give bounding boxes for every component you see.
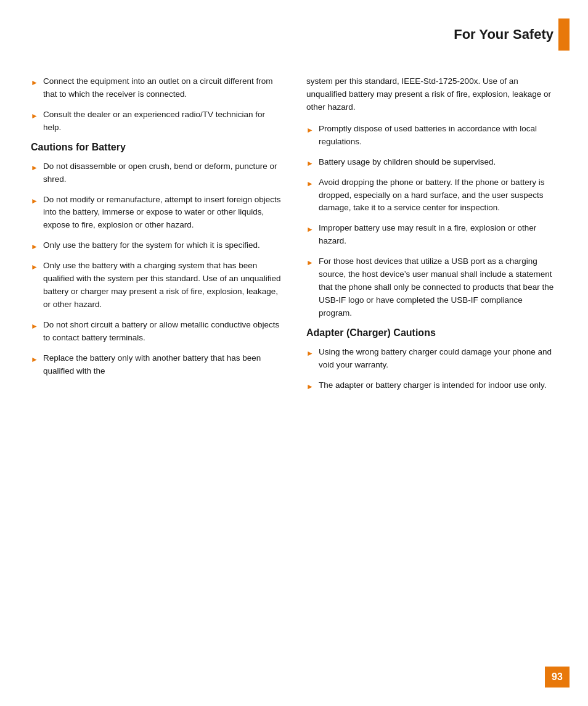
bullet-text: Avoid dropping the phone or battery. If … — [319, 176, 557, 215]
bullet-text: Using the wrong battery charger could da… — [319, 346, 557, 372]
bullet-arrow-icon: ► — [31, 321, 38, 332]
cautions-bullet-list: ► Do not disassemble or open crush, bend… — [31, 160, 282, 378]
bullet-arrow-icon: ► — [306, 158, 314, 169]
bullet-arrow-icon: ► — [306, 348, 314, 359]
bullet-arrow-icon: ► — [31, 354, 38, 365]
bullet-arrow-icon: ► — [306, 178, 314, 189]
list-item: ► Only use the battery for the system fo… — [31, 239, 282, 252]
bullet-text: For those host devices that utilize a US… — [319, 255, 557, 320]
bullet-text: Only use the battery with a charging sys… — [43, 260, 282, 311]
bullet-arrow-icon: ► — [306, 257, 314, 268]
bullet-text: Do not short circuit a battery or allow … — [43, 319, 282, 345]
list-item: ► Replace the battery only with another … — [31, 352, 282, 378]
intro-bullet-list: ► Connect the equipment into an outlet o… — [31, 75, 282, 134]
list-item: ► Promptly dispose of used batteries in … — [306, 123, 557, 149]
list-item: ► Avoid dropping the phone or battery. I… — [306, 176, 557, 215]
bullet-text: Only use the battery for the system for … — [43, 239, 260, 252]
list-item: ► Using the wrong battery charger could … — [306, 346, 557, 372]
list-item: ► Improper battery use may result in a f… — [306, 222, 557, 248]
left-column: ► Connect the equipment into an outlet o… — [31, 75, 282, 400]
bullet-arrow-icon: ► — [31, 162, 38, 173]
bullet-arrow-icon: ► — [31, 241, 38, 252]
header-accent-bar — [558, 18, 570, 51]
bullet-arrow-icon: ► — [31, 77, 38, 88]
continuation-text: system per this standard, IEEE-Std-1725-… — [306, 75, 557, 114]
list-item: ► Do not disassemble or open crush, bend… — [31, 160, 282, 186]
bullet-arrow-icon: ► — [31, 110, 38, 121]
bullet-text: Do not modify or remanufacture, attempt … — [43, 194, 282, 232]
list-item: ► Battery usage by children should be su… — [306, 156, 557, 169]
content-area: ► Connect the equipment into an outlet o… — [0, 63, 588, 400]
bullet-text: Battery usage by children should be supe… — [319, 156, 496, 169]
bullet-arrow-icon: ► — [31, 261, 38, 273]
bullet-arrow-icon: ► — [31, 195, 38, 207]
adapter-cautions-title: Adapter (Charger) Cautions — [306, 327, 557, 339]
list-item: ► Do not modify or remanufacture, attemp… — [31, 194, 282, 232]
page-header: For Your Safety — [0, 0, 588, 63]
list-item: ► Connect the equipment into an outlet o… — [31, 75, 282, 101]
cautions-battery-title: Cautions for Battery — [31, 142, 282, 153]
bullet-text: Do not disassemble or open crush, bend o… — [43, 160, 282, 186]
bullet-arrow-icon: ► — [306, 224, 314, 235]
bullet-text: Promptly dispose of used batteries in ac… — [319, 123, 557, 149]
right-bullet-list: ► Promptly dispose of used batteries in … — [306, 123, 557, 320]
list-item: ► For those host devices that utilize a … — [306, 255, 557, 320]
list-item: ► Only use the battery with a charging s… — [31, 260, 282, 311]
right-column: system per this standard, IEEE-Std-1725-… — [306, 75, 557, 400]
list-item: ► The adapter or battery charger is inte… — [306, 379, 557, 392]
list-item: ► Consult the dealer or an experienced r… — [31, 109, 282, 134]
bullet-text: Consult the dealer or an experienced rad… — [43, 109, 282, 134]
page-number: 93 — [545, 667, 570, 688]
adapter-bullet-list: ► Using the wrong battery charger could … — [306, 346, 557, 392]
list-item: ► Do not short circuit a battery or allo… — [31, 319, 282, 345]
bullet-text: The adapter or battery charger is intend… — [319, 379, 547, 392]
bullet-arrow-icon: ► — [306, 381, 314, 392]
page-title: For Your Safety — [454, 27, 553, 43]
bullet-text: Improper battery use may result in a fir… — [319, 222, 557, 248]
bullet-arrow-icon: ► — [306, 125, 314, 136]
bullet-text: Connect the equipment into an outlet on … — [43, 75, 282, 101]
bullet-text: Replace the battery only with another ba… — [43, 352, 282, 378]
